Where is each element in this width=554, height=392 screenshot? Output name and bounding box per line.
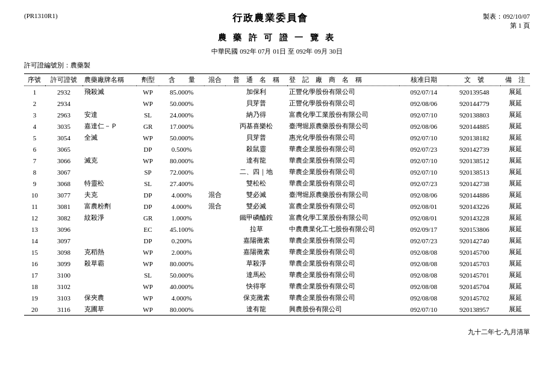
cell-type: DP [137, 143, 159, 155]
cell-date: 092/08/08 [399, 281, 448, 292]
cell-common: 加保利 [225, 86, 287, 98]
cell-doc: 920144886 [448, 189, 500, 201]
cell-mix [204, 143, 225, 155]
cell-seq: 15 [24, 246, 45, 258]
cell-remark: 展延 [500, 120, 530, 132]
date-label: 製表：092/10/07 [483, 12, 530, 21]
cell-permit: 3077 [45, 189, 82, 201]
cell-common: 二、四｜地 [225, 166, 287, 178]
cell-brand [82, 143, 137, 155]
cell-permit: 3102 [45, 281, 82, 292]
cell-type: WP [137, 258, 159, 269]
cell-seq: 9 [24, 178, 45, 189]
cell-doc: 920143226 [448, 201, 500, 212]
cell-common: 保克黴素 [225, 292, 287, 303]
cell-amount: 50.000% [159, 269, 204, 281]
table-row: 43035嘉達仁－ＰGR17.000%丙基喜樂松臺灣堀原農藥股份有限公司092/… [24, 120, 530, 132]
cell-remark: 展延 [500, 201, 530, 212]
cell-permit: 3081 [45, 201, 82, 212]
cell-permit: 3065 [45, 143, 82, 155]
cell-date: 092/08/08 [399, 269, 448, 281]
cell-seq: 8 [24, 166, 45, 178]
cell-company: 正豐化學股份有限公司 [287, 98, 399, 109]
cell-amount: 50.000% [159, 132, 204, 143]
cell-doc: 920138512 [448, 155, 500, 166]
table-row: 83067SP72.000%二、四｜地華農企業股份有限公司092/07/1092… [24, 166, 530, 178]
cell-doc: 920142738 [448, 178, 500, 189]
cell-common: 達馬松 [225, 269, 287, 281]
cell-brand: 保夾農 [82, 292, 137, 303]
table-row: 123082紋殺淨GR1.000%鐵甲磷醯銨富農化學工業股份有限公司092/08… [24, 212, 530, 223]
cell-date: 092/08/01 [399, 201, 448, 212]
cell-amount: 0.500% [159, 143, 204, 155]
cell-doc: 920153806 [448, 223, 500, 235]
cell-mix [204, 120, 225, 132]
cell-doc: 920138957 [448, 303, 500, 316]
cell-mix: 混合 [204, 201, 225, 212]
cell-remark: 展延 [500, 109, 530, 120]
cell-amount: 40.000% [159, 281, 204, 292]
cell-mix [204, 281, 225, 292]
table-row: 73066滅克WP80.000%達有龍華農企業股份有限公司092/07/1092… [24, 155, 530, 166]
col-header-mix: 混合 [204, 74, 225, 86]
cell-brand [82, 223, 137, 235]
cell-remark: 展延 [500, 303, 530, 316]
col-header-common: 普 通 名 稱 [225, 74, 287, 86]
filter-line: 許可證編號別：農藥製 [24, 61, 530, 70]
cell-seq: 4 [24, 120, 45, 132]
table-row: 22934WP50.000%貝芽普正豐化學股份有限公司092/08/069201… [24, 98, 530, 109]
cell-date: 092/08/06 [399, 120, 448, 132]
cell-common: 納乃得 [225, 109, 287, 120]
table-row: 113081富農粉劑DP4.000%混合雙必滅富農企業股份有限公司092/08/… [24, 201, 530, 212]
cell-mix [204, 269, 225, 281]
cell-company: 中農農業化工七股份有限公司 [287, 223, 399, 235]
cell-mix [204, 303, 225, 316]
cell-brand: 克圃草 [82, 303, 137, 316]
cell-common: 嘉陽黴素 [225, 235, 287, 246]
table-row: 103077夫克DP4.000%混合雙必滅臺灣堀原農藥股份有限公司092/08/… [24, 189, 530, 201]
main-table: 序號 許可證號 農藥廠牌名稱 劑型 含 量 混合 普 通 名 稱 登 記 廠 商… [24, 73, 530, 316]
cell-seq: 10 [24, 189, 45, 201]
cell-mix [204, 292, 225, 303]
cell-doc: 920139548 [448, 86, 500, 98]
table-row: 143097DP0.200%嘉陽黴素華農企業股份有限公司092/07/23920… [24, 235, 530, 246]
cell-company: 華農企業股份有限公司 [287, 178, 399, 189]
col-header-date: 核准日期 [399, 74, 448, 86]
cell-type: SL [137, 109, 159, 120]
cell-brand: 滅克 [82, 155, 137, 166]
cell-doc: 920144779 [448, 98, 500, 109]
cell-mix [204, 258, 225, 269]
cell-brand [82, 281, 137, 292]
cell-common: 達有龍 [225, 155, 287, 166]
cell-seq: 20 [24, 303, 45, 316]
cell-type: WP [137, 132, 159, 143]
cell-amount: 1.000% [159, 212, 204, 223]
cell-brand: 克稻熱 [82, 246, 137, 258]
col-header-type: 劑型 [137, 74, 159, 86]
cell-remark: 展延 [500, 166, 530, 178]
col-header-brand: 農藥廠牌名稱 [82, 74, 137, 86]
cell-company: 華農企業股份有限公司 [287, 258, 399, 269]
cell-date: 092/07/10 [399, 109, 448, 120]
cell-doc: 920138513 [448, 166, 500, 178]
cell-permit: 3082 [45, 212, 82, 223]
cell-permit: 3054 [45, 132, 82, 143]
table-row: 32963安達SL24.000%納乃得富農化學工業股份有限公司092/07/10… [24, 109, 530, 120]
cell-remark: 展延 [500, 189, 530, 201]
cell-permit: 3103 [45, 292, 82, 303]
cell-doc: 920143228 [448, 212, 500, 223]
table-row: 193103保夾農WP4.000%保克黴素華農企業股份有限公司092/08/08… [24, 292, 530, 303]
cell-permit: 3068 [45, 178, 82, 189]
cell-remark: 展延 [500, 132, 530, 143]
cell-date: 092/08/08 [399, 292, 448, 303]
cell-brand: 全滅 [82, 132, 137, 143]
cell-type: WP [137, 292, 159, 303]
cell-date: 092/07/23 [399, 178, 448, 189]
cell-remark: 展延 [500, 86, 530, 98]
table-row: 153098克稻熱WP2.000%嘉陽黴素華農企業股份有限公司092/08/08… [24, 246, 530, 258]
cell-date: 092/09/17 [399, 223, 448, 235]
table-row: 203116克圃草WP80.000%達有龍興農股份有限公司092/07/1092… [24, 303, 530, 316]
cell-company: 華農企業股份有限公司 [287, 166, 399, 178]
cell-mix [204, 86, 225, 98]
cell-company: 華農企業股份有限公司 [287, 235, 399, 246]
